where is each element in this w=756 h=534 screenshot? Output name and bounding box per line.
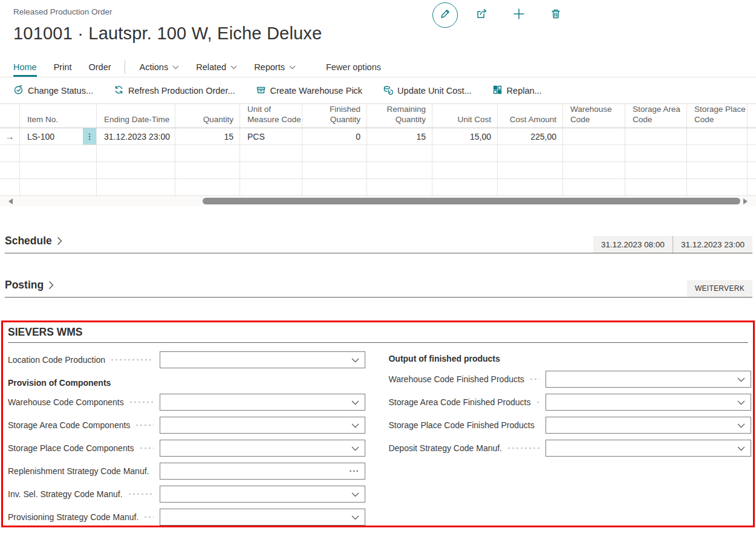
schedule-title: Schedule bbox=[5, 235, 52, 247]
tab-order[interactable]: Order bbox=[89, 57, 111, 77]
empty-cell bbox=[240, 179, 302, 195]
warehouse-code-finished-select[interactable] bbox=[546, 371, 751, 388]
add-button[interactable] bbox=[506, 2, 532, 28]
header-quantity[interactable]: Quantity bbox=[175, 104, 240, 128]
empty-cell bbox=[20, 179, 83, 195]
system-actions bbox=[432, 2, 580, 28]
cell-cost-amount[interactable]: 225,00 bbox=[498, 128, 563, 145]
empty-cell bbox=[175, 179, 240, 195]
empty-cell bbox=[20, 162, 83, 178]
header-selector bbox=[0, 104, 20, 128]
replenishment-strategy-code-input[interactable]: ··· bbox=[160, 463, 365, 480]
empty-cell bbox=[0, 162, 20, 178]
cell-filler bbox=[748, 128, 756, 145]
empty-cell bbox=[175, 162, 240, 178]
update-unit-cost-button[interactable]: Update Unit Cost... bbox=[383, 85, 472, 97]
cell-remaining-quantity[interactable]: 15 bbox=[367, 128, 432, 145]
create-warehouse-pick-button[interactable]: Create Warehouse Pick bbox=[256, 85, 363, 97]
share-button[interactable] bbox=[469, 2, 495, 28]
header-item-no[interactable]: Item No. bbox=[20, 104, 97, 128]
empty-cell bbox=[563, 162, 625, 178]
menu-related[interactable]: Related bbox=[196, 57, 237, 77]
storage-area-code-components-select[interactable] bbox=[160, 417, 365, 434]
chevron-down-icon bbox=[230, 65, 237, 70]
scroll-left-arrow-icon[interactable] bbox=[8, 198, 13, 204]
replan-button[interactable]: Replan... bbox=[492, 85, 542, 97]
header-unit-cost[interactable]: Unit Cost bbox=[432, 104, 498, 128]
field-label: Storage Place Code Components bbox=[8, 443, 134, 453]
chevron-down-icon bbox=[351, 489, 359, 500]
menu-actions[interactable]: Actions bbox=[140, 57, 180, 77]
chevron-right-icon bbox=[57, 236, 62, 246]
posting-section-toggle[interactable]: Posting bbox=[5, 279, 54, 297]
field-deposit-strategy-code: Deposit Strategy Code Manuf. bbox=[388, 440, 751, 457]
storage-place-code-components-select[interactable] bbox=[160, 440, 365, 457]
header-warehouse-code[interactable]: Warehouse Code bbox=[563, 104, 625, 128]
schedule-section-toggle[interactable]: Schedule bbox=[5, 235, 62, 253]
cell-storage-area-code[interactable] bbox=[625, 128, 687, 145]
tab-home[interactable]: Home bbox=[13, 57, 37, 77]
chevron-down-icon bbox=[351, 420, 359, 431]
provisioning-strategy-code-select[interactable] bbox=[160, 509, 365, 526]
dotted-leader bbox=[110, 359, 154, 361]
field-label: Provisioning Strategy Code Manuf. bbox=[8, 512, 138, 522]
header-ending-date-time[interactable]: Ending Date-Time bbox=[97, 104, 175, 128]
cell-unit-cost[interactable]: 15,00 bbox=[432, 128, 498, 145]
cell-ending-date-time[interactable]: 31.12.2023 23:00 bbox=[97, 128, 175, 145]
header-unit-of-measure[interactable]: Unit of Measure Code bbox=[240, 104, 302, 128]
chevron-down-icon bbox=[172, 65, 179, 70]
warehouse-code-components-select[interactable] bbox=[160, 394, 365, 411]
storage-place-code-finished-select[interactable] bbox=[546, 417, 751, 434]
cell-finished-quantity[interactable]: 0 bbox=[302, 128, 367, 145]
dotted-leader bbox=[129, 401, 154, 403]
empty-cell bbox=[432, 179, 498, 195]
row-options-button[interactable]: ⋮ bbox=[83, 128, 97, 145]
change-status-label: Change Status... bbox=[28, 86, 93, 96]
assist-edit-ellipsis-icon[interactable]: ··· bbox=[349, 468, 359, 474]
refresh-production-order-button[interactable]: Refresh Production Order... bbox=[114, 85, 235, 97]
warehouse-pick-icon bbox=[256, 85, 270, 97]
empty-cell bbox=[97, 145, 175, 161]
fewer-options-button[interactable]: Fewer options bbox=[326, 57, 381, 77]
cell-warehouse-code[interactable] bbox=[563, 128, 625, 145]
storage-area-code-finished-select[interactable] bbox=[546, 394, 751, 411]
change-status-button[interactable]: Change Status... bbox=[13, 85, 93, 97]
wms-right-column: Output of finished products Warehouse Co… bbox=[388, 343, 751, 532]
scrollbar-thumb[interactable] bbox=[203, 198, 740, 204]
header-cost-amount[interactable]: Cost Amount bbox=[498, 104, 563, 128]
horizontal-scrollbar[interactable] bbox=[0, 196, 756, 206]
replan-grid-icon bbox=[492, 85, 507, 97]
edit-button[interactable] bbox=[432, 2, 458, 28]
tab-print[interactable]: Print bbox=[54, 57, 72, 77]
header-finished-quantity[interactable]: Finished Quantity bbox=[302, 104, 367, 128]
field-inv-sel-strategy-code: Inv. Sel. Strategy Code Manuf. bbox=[8, 486, 365, 503]
chevron-down-icon bbox=[737, 397, 745, 408]
delete-button[interactable] bbox=[543, 2, 569, 28]
header-remaining-quantity[interactable]: Remaining Quantity bbox=[367, 104, 432, 128]
empty-cell bbox=[748, 145, 756, 161]
cell-unit-of-measure[interactable]: PCS bbox=[240, 128, 302, 145]
empty-cell bbox=[367, 179, 432, 195]
schedule-ending-datetime: 31.12.2023 23:00 bbox=[673, 236, 752, 253]
field-label: Warehouse Code Components bbox=[8, 397, 124, 407]
deposit-strategy-code-select[interactable] bbox=[546, 440, 751, 457]
chevron-down-icon bbox=[737, 443, 745, 454]
cell-storage-place-code[interactable] bbox=[687, 128, 748, 145]
chevron-down-icon bbox=[737, 420, 745, 431]
table-empty-row bbox=[0, 179, 756, 196]
chevron-down-icon bbox=[351, 443, 359, 454]
posting-section-header: Posting WEITERVERK bbox=[5, 279, 752, 298]
header-storage-area-code[interactable]: Storage Area Code bbox=[625, 104, 687, 128]
menu-reports[interactable]: Reports bbox=[254, 57, 296, 77]
action-toolbar: Change Status... Refresh Production Orde… bbox=[0, 77, 756, 103]
status-check-icon bbox=[13, 85, 28, 97]
empty-cell bbox=[432, 145, 498, 161]
cell-item-no[interactable]: LS-100 bbox=[20, 128, 83, 145]
scroll-right-arrow-icon[interactable] bbox=[743, 198, 748, 204]
table-header-row: Item No. Ending Date-Time Quantity Unit … bbox=[0, 104, 756, 128]
inv-sel-strategy-code-select[interactable] bbox=[160, 486, 365, 503]
cell-quantity[interactable]: 15 bbox=[175, 128, 240, 145]
header-storage-place-code[interactable]: Storage Place Code bbox=[687, 104, 748, 128]
menu-divider bbox=[125, 60, 125, 74]
location-code-production-select[interactable] bbox=[160, 351, 365, 368]
